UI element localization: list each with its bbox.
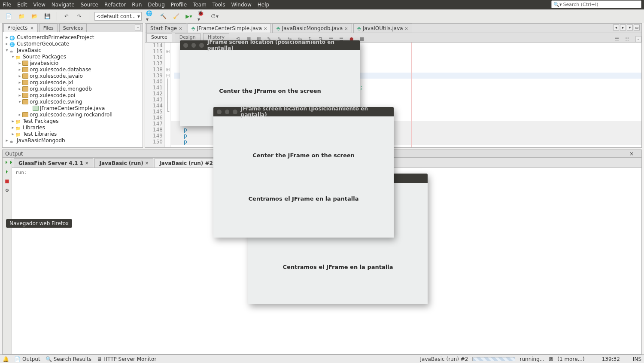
tree-folder[interactable]: Libraries xyxy=(23,125,45,131)
tree-folder[interactable]: Test Libraries xyxy=(23,131,57,137)
search-input[interactable] xyxy=(563,2,639,7)
profile-icon[interactable]: ⏱▾ xyxy=(210,12,219,21)
out-tab-run1[interactable]: JavaBasic (run)× xyxy=(94,158,153,168)
close-icon[interactable]: × xyxy=(145,161,149,165)
window-max-icon[interactable] xyxy=(199,43,204,48)
window-min-icon[interactable] xyxy=(191,43,196,48)
redo-icon[interactable]: ↷ xyxy=(75,12,84,21)
stop-icon[interactable]: ■ xyxy=(4,178,10,184)
menu-tools[interactable]: Tools xyxy=(213,2,225,8)
config-select[interactable]: <default conf...▾ xyxy=(94,12,142,21)
jframe-window-2[interactable]: JFrame screen location (posicionamiento … xyxy=(213,107,394,238)
minimize-icon[interactable]: – xyxy=(135,24,141,31)
settings-icon[interactable]: ⚙ xyxy=(4,188,10,194)
editor-tab-jframe[interactable]: ⬘JFrameCenterSimple.java× xyxy=(188,24,271,33)
tree-package[interactable]: org.xulescode.swing xyxy=(30,99,82,105)
run-icon[interactable]: ▶▾ xyxy=(185,12,193,21)
menu-run[interactable]: Run xyxy=(132,2,142,8)
minimize-icon[interactable]: – xyxy=(635,36,641,42)
fold-gutter[interactable]: ⊞ ⊞⊟│││││└ xyxy=(165,43,171,147)
tab-prev-icon[interactable]: ◂ xyxy=(613,24,619,31)
quick-search[interactable]: 🔍▾ xyxy=(551,0,641,8)
menu-source[interactable]: Source xyxy=(81,2,98,8)
rerun-icon[interactable]: ⏵⏵ xyxy=(4,159,10,165)
editor-tab-ioutils[interactable]: ⬘JavaIOUtils.java× xyxy=(353,24,412,33)
status-cursor-pos: 139:32 xyxy=(602,356,620,362)
close-icon[interactable]: × xyxy=(179,26,182,31)
status-more[interactable]: (1 more...) xyxy=(557,356,584,362)
status-task: JavaBasic (run) #2 xyxy=(420,356,468,362)
minimize-icon[interactable]: – xyxy=(636,151,639,157)
close-icon[interactable]: × xyxy=(629,151,634,157)
open-icon[interactable]: 📂 xyxy=(30,12,39,21)
tab-services[interactable]: Services xyxy=(59,24,87,32)
project-panel-tabs: Projects× Files Services – xyxy=(3,24,143,32)
window-min-icon[interactable] xyxy=(225,110,230,114)
menu-file[interactable]: File xyxy=(3,2,11,8)
close-icon[interactable]: × xyxy=(405,26,408,31)
project-tree[interactable]: ▸CustomerdbPrimefacesProject ▸CustomerGe… xyxy=(3,32,143,147)
tree-project[interactable]: JavaBasic xyxy=(17,47,41,53)
browser-icon[interactable]: 🌐▾ xyxy=(146,12,155,21)
menu-navigate[interactable]: Navigate xyxy=(52,2,75,8)
menu-view[interactable]: View xyxy=(33,2,45,8)
ed-icon[interactable]: ☷ xyxy=(625,36,631,42)
tab-projects[interactable]: Projects× xyxy=(3,24,38,32)
tree-package[interactable]: org.xulescode.javaio xyxy=(30,73,83,79)
tab-files[interactable]: Files xyxy=(39,24,58,32)
status-search[interactable]: 🔍 Search Results xyxy=(46,356,91,362)
tree-package[interactable]: javabasicio xyxy=(30,60,58,66)
new-file-icon[interactable]: 📄 xyxy=(4,12,13,21)
tree-folder[interactable]: Source Packages xyxy=(23,54,66,60)
tree-package[interactable]: org.xulescode.jxl xyxy=(30,79,73,85)
tree-folder[interactable]: Test Packages xyxy=(23,118,58,124)
window-close-icon[interactable] xyxy=(183,43,188,48)
tree-package[interactable]: org.xulescode.database xyxy=(30,67,91,73)
undo-icon[interactable]: ↶ xyxy=(62,12,71,21)
tree-project[interactable]: CustomerdbPrimefacesProject xyxy=(17,34,94,40)
menu-help[interactable]: Help xyxy=(258,2,269,8)
out-tab-glassfish[interactable]: GlassFish Server 4.1 1× xyxy=(14,158,93,168)
menu-refactor[interactable]: Refactor xyxy=(104,2,126,8)
jframe-label: Center the JFrame on the screen xyxy=(252,152,355,159)
tree-project[interactable]: CustomerGeoLocate xyxy=(17,41,69,47)
notifications-icon[interactable]: 🔔 xyxy=(3,356,9,362)
ed-icon[interactable]: ☰ xyxy=(615,36,621,42)
menu-profile[interactable]: Profile xyxy=(171,2,187,8)
rerun-alt-icon[interactable]: ⏵ xyxy=(4,169,10,175)
close-icon[interactable]: × xyxy=(30,26,33,31)
debug-icon[interactable]: 🐞▾ xyxy=(197,12,206,21)
menu-debug[interactable]: Debug xyxy=(148,2,164,8)
close-icon[interactable]: × xyxy=(264,26,267,31)
out-tab-run2[interactable]: JavaBasic (run) #2× xyxy=(155,158,223,168)
menu-window[interactable]: Window xyxy=(231,2,251,8)
maximize-icon[interactable]: ▭ xyxy=(634,24,640,31)
status-output[interactable]: 📄 Output xyxy=(14,356,40,362)
editor-tab-start[interactable]: Start Page× xyxy=(146,24,186,33)
tooltip: Navegador web Firefox xyxy=(6,219,72,228)
close-icon[interactable]: × xyxy=(85,161,88,165)
new-project-icon[interactable]: 📁 xyxy=(17,12,26,21)
status-http[interactable]: 🖥 HTTP Server Monitor xyxy=(97,356,156,362)
tree-package[interactable]: org.xulescode.mongodb xyxy=(30,86,92,92)
clean-build-icon[interactable]: 🧹 xyxy=(172,12,180,21)
window-title: JFrame screen location (posicionamiento … xyxy=(207,39,357,51)
tree-project[interactable]: JavaBasicMongodb xyxy=(17,137,65,143)
close-icon[interactable]: × xyxy=(344,26,348,31)
stop-icon[interactable]: ■ xyxy=(360,36,366,42)
menu-team[interactable]: Team xyxy=(193,2,207,8)
tree-package[interactable]: org.xulescode.swing.rockandroll xyxy=(30,112,112,118)
tree-package[interactable]: org.xulescode.poi xyxy=(30,92,75,98)
menu-edit[interactable]: Edit xyxy=(17,2,27,8)
tab-list-icon[interactable]: ▾ xyxy=(627,24,633,31)
subtab-source[interactable]: Source xyxy=(146,33,172,42)
status-bar: 🔔 📄 Output 🔍 Search Results 🖥 HTTP Serve… xyxy=(0,354,644,363)
save-all-icon[interactable]: 💾 xyxy=(43,12,52,21)
editor-tab-mongo[interactable]: ⬘JavaBasicMongodb.java× xyxy=(272,24,352,33)
tab-next-icon[interactable]: ▸ xyxy=(620,24,626,31)
window-close-icon[interactable] xyxy=(217,110,222,114)
build-icon[interactable]: 🔨 xyxy=(159,12,167,21)
window-max-icon[interactable] xyxy=(233,110,237,114)
status-cancel-icon[interactable]: ⊠ xyxy=(549,356,553,362)
tree-file[interactable]: JFrameCenterSimple.java xyxy=(40,105,105,111)
